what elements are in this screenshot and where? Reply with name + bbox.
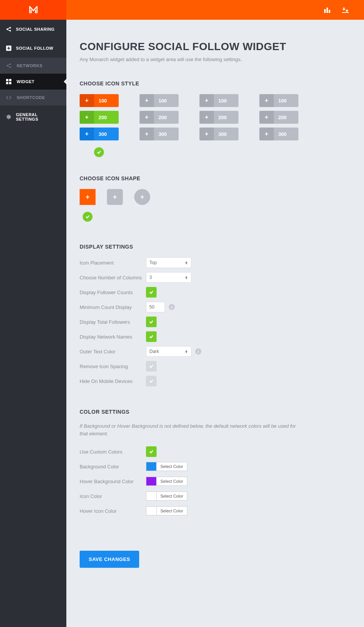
icon-style-heading: CHOOSE ICON STYLE <box>80 80 351 87</box>
share-icon <box>6 27 11 32</box>
logo-box <box>0 0 66 20</box>
shape-rounded[interactable]: + <box>107 189 123 205</box>
stats-icon[interactable] <box>324 7 331 13</box>
swatch-icon <box>146 492 157 501</box>
colors-heading: COLOR SETTINGS <box>80 409 351 415</box>
style-option[interactable]: +100 <box>199 94 238 107</box>
label-network-names: Display Network Names <box>80 334 146 340</box>
swatch-hover-icon <box>146 506 157 515</box>
code-icon <box>6 95 11 100</box>
style-value: 100 <box>274 94 298 107</box>
import-export-icon[interactable] <box>342 7 349 13</box>
label-use-custom: Use Custom Colors <box>80 449 146 455</box>
style-value: 200 <box>154 111 179 124</box>
plus-icon: + <box>140 94 154 107</box>
info-icon[interactable]: i <box>195 348 201 354</box>
svg-rect-12 <box>6 82 8 84</box>
select-icon-placement[interactable]: Top▲▼ <box>146 257 191 268</box>
style-option[interactable]: +200 <box>80 111 119 124</box>
style-option[interactable]: +200 <box>199 111 238 124</box>
svg-rect-2 <box>329 10 330 13</box>
select-color-icon[interactable]: Select Color <box>157 492 187 501</box>
page-title: CONFIGURE SOCIAL FOLLOW WIDGET <box>80 41 351 53</box>
swatch-hover-bg <box>146 477 157 486</box>
svg-rect-1 <box>326 8 328 13</box>
label-total-followers: Display Total Followers <box>80 319 146 325</box>
sidebar-label: WIDGET <box>17 79 35 84</box>
app-header <box>0 0 364 20</box>
plus-icon: + <box>259 128 274 140</box>
label-hide-mobile: Hide On Mobile Devices <box>80 378 146 384</box>
style-option[interactable]: +300 <box>259 128 298 140</box>
label-columns: Choose Number of Columns <box>80 275 146 280</box>
sidebar-label: SHORTCODE <box>17 95 45 100</box>
main-content: CONFIGURE SOCIAL FOLLOW WIDGET Any Monar… <box>66 20 364 627</box>
style-value: 200 <box>214 111 238 124</box>
plus-icon: + <box>199 111 214 124</box>
save-button[interactable]: SAVE CHANGES <box>80 551 139 568</box>
style-value: 300 <box>154 128 179 140</box>
style-option[interactable]: +100 <box>259 94 298 107</box>
sidebar-item-widget[interactable]: WIDGET <box>0 74 66 90</box>
style-value: 200 <box>274 111 298 124</box>
svg-rect-11 <box>9 79 11 81</box>
toggle-network-names[interactable] <box>146 331 157 342</box>
info-icon[interactable]: i <box>169 304 175 310</box>
toggle-follower-counts[interactable] <box>146 287 157 298</box>
plus-icon: + <box>80 94 94 107</box>
label-hover-bg-color: Hover Background Color <box>80 479 146 484</box>
sidebar-item-social-sharing[interactable]: SOCIAL SHARING <box>0 20 66 39</box>
style-option[interactable]: +300 <box>199 128 238 140</box>
sidebar-label: SOCIAL SHARING <box>16 27 55 32</box>
colors-subtitle: If Background or Hover Background is not… <box>80 422 300 437</box>
style-option[interactable]: +200 <box>140 111 179 124</box>
shape-circle[interactable]: + <box>134 189 150 205</box>
select-columns[interactable]: 3▲▼ <box>146 272 191 283</box>
style-value: 100 <box>94 94 119 107</box>
label-min-count: Minimum Count Display <box>80 304 146 310</box>
sidebar-label: GENERAL SETTINGS <box>16 112 60 121</box>
toggle-total-followers[interactable] <box>146 317 157 327</box>
style-value: 100 <box>214 94 238 107</box>
gear-icon <box>6 114 11 120</box>
style-value: 300 <box>94 128 119 140</box>
select-color-hover-bg[interactable]: Select Color <box>157 477 187 486</box>
share-icon <box>6 63 11 68</box>
label-bg-color: Background Color <box>80 464 146 469</box>
sidebar-item-shortcode[interactable]: SHORTCODE <box>0 90 66 106</box>
plus-icon: + <box>259 111 274 124</box>
toggle-hide-mobile[interactable] <box>146 376 157 386</box>
icon-style-grid: +100 +100 +100 +100 +200 +200 +200 +200 … <box>80 94 351 140</box>
select-color-hover-icon[interactable]: Select Color <box>157 506 187 515</box>
style-option[interactable]: +100 <box>140 94 179 107</box>
svg-rect-10 <box>6 79 8 81</box>
label-follower-counts: Display Follower Counts <box>80 290 146 295</box>
plus-icon: + <box>140 128 154 140</box>
style-option[interactable]: +100 <box>80 94 119 107</box>
swatch-bg <box>146 462 157 471</box>
sidebar-item-general-settings[interactable]: GENERAL SETTINGS <box>0 106 66 128</box>
svg-point-14 <box>8 116 10 118</box>
plus-box-icon <box>6 46 11 51</box>
label-outer-text: Outer Text Color <box>80 349 146 354</box>
select-outer-text[interactable]: Dark▲▼ <box>146 346 191 357</box>
widget-icon <box>6 79 11 84</box>
style-option[interactable]: +200 <box>259 111 298 124</box>
icon-shape-heading: CHOOSE ICON SHAPE <box>80 175 351 181</box>
shape-square[interactable]: + <box>80 189 96 205</box>
toggle-remove-spacing[interactable] <box>146 361 157 372</box>
sidebar-label: SOCIAL FOLLOW <box>16 46 53 50</box>
style-option[interactable]: +300 <box>80 128 119 140</box>
plus-icon: + <box>199 128 214 140</box>
input-min-count[interactable] <box>146 302 165 312</box>
label-hover-icon-color: Hover Icon Color <box>80 508 146 514</box>
sidebar-item-social-follow[interactable]: SOCIAL FOLLOW <box>0 39 66 58</box>
select-color-bg[interactable]: Select Color <box>157 462 187 471</box>
sidebar-label: NETWORKS <box>17 63 42 68</box>
label-icon-color: Icon Color <box>80 493 146 499</box>
style-option[interactable]: +300 <box>140 128 179 140</box>
plus-icon: + <box>259 94 274 107</box>
sidebar-item-networks[interactable]: NETWORKS <box>0 58 66 74</box>
label-remove-spacing: Remove Icon Spacing <box>80 364 146 369</box>
toggle-use-custom[interactable] <box>146 446 157 457</box>
